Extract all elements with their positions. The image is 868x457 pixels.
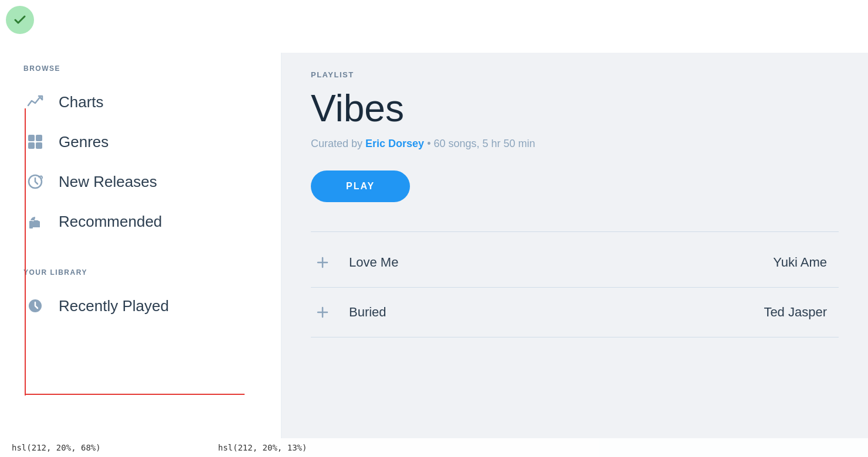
debug-color-1: hsl(212, 20%, 68%) xyxy=(12,443,101,452)
track-item[interactable]: Love Me Yuki Ame xyxy=(311,238,839,288)
recommended-icon xyxy=(23,210,47,233)
sidebar-item-recommended[interactable]: Recommended xyxy=(23,204,257,239)
debug-color-2: hsl(212, 20%, 13%) xyxy=(218,443,307,452)
svg-rect-0 xyxy=(28,135,35,141)
new-releases-label: New Releases xyxy=(59,173,157,191)
svg-rect-1 xyxy=(36,135,42,141)
svg-rect-5 xyxy=(29,221,33,228)
library-section: YOUR LIBRARY Recently Played xyxy=(23,268,257,323)
track-add-button[interactable] xyxy=(311,301,334,324)
recently-played-icon xyxy=(23,294,47,318)
sidebar-item-genres[interactable]: Genres xyxy=(23,124,257,159)
sidebar-item-recently-played[interactable]: Recently Played xyxy=(23,288,257,323)
main-content: PLAYLIST Vibes Curated by Eric Dorsey • … xyxy=(282,53,868,457)
debug-bar: hsl(212, 20%, 68%) hsl(212, 20%, 13%) xyxy=(0,438,868,457)
track-artist: Yuki Ame xyxy=(773,255,827,270)
track-name: Buried xyxy=(349,305,764,320)
play-button[interactable]: PLAY xyxy=(311,170,410,202)
recommended-label: Recommended xyxy=(59,213,162,231)
new-releases-icon xyxy=(23,170,47,193)
sidebar-item-charts[interactable]: Charts xyxy=(23,84,257,120)
curated-by-text: Curated by xyxy=(311,138,362,149)
track-list: Love Me Yuki Ame Buried Ted Jasper xyxy=(311,238,839,337)
svg-rect-2 xyxy=(28,142,35,149)
playlist-meta: Curated by Eric Dorsey • 60 songs, 5 hr … xyxy=(311,138,839,150)
playlist-section-label: PLAYLIST xyxy=(311,70,839,79)
charts-label: Charts xyxy=(59,93,104,111)
track-artist: Ted Jasper xyxy=(764,305,827,320)
song-count: • xyxy=(427,138,433,149)
curator-name[interactable]: Eric Dorsey xyxy=(365,138,424,149)
track-name: Love Me xyxy=(349,255,773,270)
sidebar: BROWSE Charts Genres xyxy=(0,53,282,457)
browse-section-label: BROWSE xyxy=(23,64,257,73)
playlist-title: Vibes xyxy=(311,88,839,129)
song-count-value: 60 songs, 5 hr 50 min xyxy=(433,138,535,149)
check-icon xyxy=(6,6,34,34)
sidebar-item-new-releases[interactable]: New Releases xyxy=(23,164,257,199)
recently-played-label: Recently Played xyxy=(59,297,169,315)
genres-label: Genres xyxy=(59,133,108,151)
genres-icon xyxy=(23,130,47,154)
charts-icon xyxy=(23,90,47,114)
library-section-label: YOUR LIBRARY xyxy=(23,268,257,277)
track-add-button[interactable] xyxy=(311,251,334,274)
track-list-divider xyxy=(311,231,839,232)
svg-rect-3 xyxy=(36,142,42,149)
track-item[interactable]: Buried Ted Jasper xyxy=(311,288,839,337)
